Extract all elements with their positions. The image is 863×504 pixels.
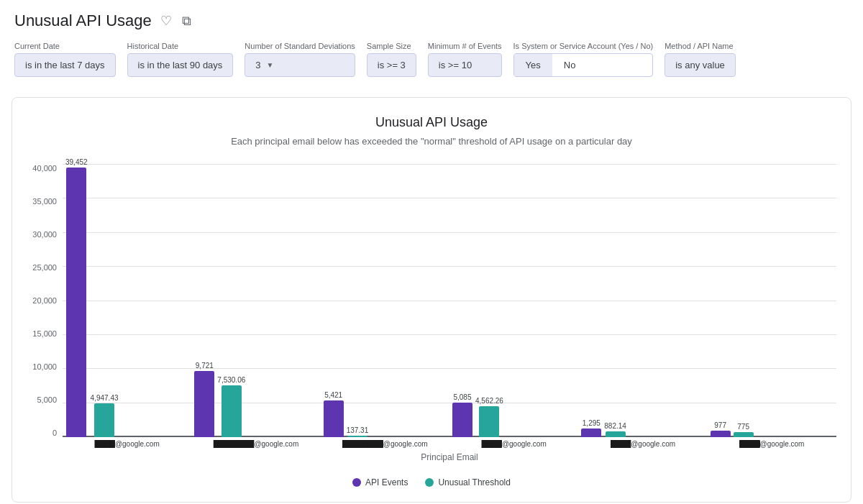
y-axis-label: 5,000 <box>37 395 57 404</box>
x-axis-title: Principal Email <box>63 452 836 462</box>
bar-threshold-value-label: 775 <box>737 423 749 431</box>
bar-threshold-value-label: 4,562.26 <box>475 397 503 405</box>
current-date-value[interactable]: is in the last 7 days <box>14 53 116 77</box>
bar-threshold-value-label: 7,530.06 <box>217 376 245 384</box>
y-axis-label: 30,000 <box>32 230 57 239</box>
teal-bar-wrap: 4,562.26 <box>475 397 503 437</box>
redacted-email-prefix: ████████ <box>214 440 255 448</box>
email-domain: @google.com <box>760 440 805 448</box>
chart-subtitle: Each principal email below has exceeded … <box>27 136 836 147</box>
x-axis: ████@google.com████████@google.com██████… <box>63 440 836 448</box>
x-axis-label: ████████@google.com <box>194 440 317 448</box>
y-axis-label: 0 <box>52 429 57 437</box>
bar-group: 1,295882.14 <box>581 419 704 437</box>
bar-threshold-value-label: 4,947.43 <box>91 394 119 402</box>
bar-pair: 5,0854,562.26 <box>452 393 575 437</box>
grid-and-bars: 39,4524,947.439,7217,530.065,421137.315,… <box>63 164 836 437</box>
api-events-bar[interactable] <box>581 429 601 437</box>
legend: API Events Unusual Threshold <box>27 477 836 487</box>
min-events-value[interactable]: is >= 10 <box>428 53 502 77</box>
unusual-threshold-bar[interactable] <box>479 406 499 437</box>
legend-unusual-threshold: Unusual Threshold <box>425 477 511 487</box>
bar-threshold-value-label: 137.31 <box>347 426 369 434</box>
bar-pair: 9,7217,530.06 <box>194 362 317 437</box>
bars-row: 39,4524,947.439,7217,530.065,421137.315,… <box>63 164 836 437</box>
email-domain: @google.com <box>115 440 160 448</box>
favorite-button[interactable]: ♡ <box>159 12 173 30</box>
system-account-no[interactable]: No <box>552 54 588 76</box>
current-date-label: Current Date <box>14 42 116 50</box>
chart-area: 40,00035,00030,00025,00020,00015,00010,0… <box>27 164 836 466</box>
historical-date-value[interactable]: is in the last 90 days <box>127 53 234 77</box>
purple-bar-wrap: 1,295 <box>581 419 601 437</box>
system-account-label: Is System or Service Account (Yes / No) <box>513 42 654 50</box>
x-axis-label: ████@google.com <box>581 440 704 448</box>
x-axis-label: ████@google.com <box>65 440 188 448</box>
bar-api-value-label: 39,452 <box>65 158 88 166</box>
redacted-email-prefix: ████████ <box>342 440 383 448</box>
unusual-threshold-bar[interactable] <box>94 403 114 437</box>
teal-bar-wrap: 882.14 <box>604 422 626 437</box>
bar-group: 9,7217,530.06 <box>194 362 317 437</box>
std-deviations-dropdown[interactable]: 3 ▼ <box>245 53 355 77</box>
legend-api-events-label: API Events <box>365 477 408 487</box>
historical-date-label: Historical Date <box>127 42 234 50</box>
unusual-threshold-bar[interactable] <box>222 385 242 437</box>
sample-size-label: Sample Size <box>367 42 416 50</box>
purple-bar-wrap: 5,085 <box>452 393 472 437</box>
api-events-bar[interactable] <box>194 371 214 437</box>
bar-api-value-label: 977 <box>714 421 726 429</box>
chevron-down-icon: ▼ <box>267 61 274 69</box>
email-domain: @google.com <box>254 440 298 448</box>
bar-group: 5,421137.31 <box>324 391 447 437</box>
teal-bar-wrap: 775 <box>734 423 754 437</box>
x-axis-label: ████@google.com <box>711 440 834 448</box>
redacted-email-prefix: ████ <box>482 440 502 448</box>
chart-inner: 39,4524,947.439,7217,530.065,421137.315,… <box>63 164 836 466</box>
email-domain: @google.com <box>502 440 547 448</box>
api-events-bar[interactable] <box>66 168 86 437</box>
unusual-threshold-bar[interactable] <box>734 432 754 437</box>
redacted-email-prefix: ████ <box>611 440 631 448</box>
method-api-label: Method / API Name <box>665 42 736 50</box>
x-axis-label: ████@google.com <box>452 440 575 448</box>
system-account-toggle: Yes No <box>513 53 654 77</box>
bar-group: 5,0854,562.26 <box>452 393 575 437</box>
api-events-bar[interactable] <box>324 400 344 437</box>
copy-button[interactable]: ⧉ <box>181 12 193 30</box>
purple-bar-wrap: 9,721 <box>194 362 214 437</box>
min-events-filter: Minimum # of Events is >= 10 <box>428 42 502 77</box>
purple-bar-wrap: 5,421 <box>324 391 344 437</box>
y-axis-label: 25,000 <box>32 263 57 272</box>
bar-api-value-label: 5,421 <box>324 391 342 399</box>
bar-pair: 1,295882.14 <box>581 419 704 437</box>
method-api-value[interactable]: is any value <box>665 53 736 77</box>
y-axis-label: 15,000 <box>32 329 57 338</box>
unusual-threshold-bar[interactable] <box>347 436 367 437</box>
bar-api-value-label: 5,085 <box>453 393 471 401</box>
legend-purple-dot <box>352 478 361 487</box>
bar-pair: 5,421137.31 <box>324 391 447 437</box>
email-domain: @google.com <box>383 440 428 448</box>
unusual-threshold-bar[interactable] <box>606 431 626 437</box>
bar-pair: 977775 <box>711 421 834 437</box>
historical-date-filter: Historical Date is in the last 90 days <box>127 42 234 77</box>
y-axis-label: 35,000 <box>32 197 57 206</box>
chart-container: Unusual API Usage Each principal email b… <box>12 97 851 503</box>
teal-bar-wrap: 4,947.43 <box>91 394 119 437</box>
sample-size-value[interactable]: is >= 3 <box>367 53 416 77</box>
filters-bar: Current Date is in the last 7 days Histo… <box>14 42 849 86</box>
method-api-filter: Method / API Name is any value <box>665 42 736 77</box>
api-events-bar[interactable] <box>711 431 731 437</box>
y-axis-label: 10,000 <box>32 362 57 371</box>
system-account-yes[interactable]: Yes <box>514 54 552 76</box>
std-deviations-value: 3 <box>255 60 260 70</box>
teal-bar-wrap: 7,530.06 <box>217 376 245 437</box>
purple-bar-wrap: 39,452 <box>65 158 88 437</box>
bar-pair: 39,4524,947.43 <box>65 158 188 437</box>
api-events-bar[interactable] <box>452 403 472 437</box>
teal-bar-wrap: 137.31 <box>347 426 369 437</box>
current-date-filter: Current Date is in the last 7 days <box>14 42 116 77</box>
page-title: Unusual API Usage <box>14 12 152 30</box>
system-account-filter: Is System or Service Account (Yes / No) … <box>513 42 654 77</box>
